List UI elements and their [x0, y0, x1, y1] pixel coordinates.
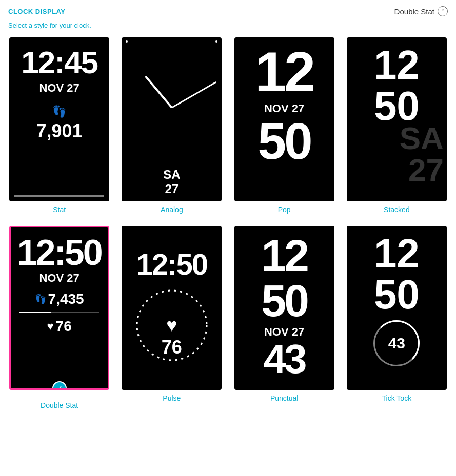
double-stat-label: Double Stat [41, 401, 78, 409]
pulse-heart-icon: ♥ [166, 315, 177, 336]
pop-hour: 12 [255, 44, 313, 100]
minute-hand [171, 81, 216, 109]
subtitle-end: . [89, 22, 91, 29]
clock-face-pulse: 12:50 ♥ 76 [122, 226, 222, 390]
clock-item-pulse[interactable]: 12:50 ♥ 76 Pulse [121, 226, 223, 409]
pop-minute: 50 [258, 115, 311, 167]
punctual-label: Punctual [270, 394, 298, 402]
stat-time: 12:45 [21, 47, 97, 78]
clock-face-pop: 12 NOV 27 50 [234, 37, 334, 201]
analog-corner-dots [122, 40, 222, 43]
dot-tl [126, 40, 128, 43]
subtitle-text: Select a style for your clock. [8, 22, 448, 29]
clock-face-analog: SA27 [122, 37, 222, 201]
double-stat-steps: 7,435 [48, 291, 84, 307]
punctual-minute: 50 [261, 278, 307, 323]
double-stat-heart-row: ♥ 76 [47, 318, 72, 335]
pulse-circle-area: ♥ 76 [131, 284, 213, 366]
stat-label: Stat [53, 205, 66, 214]
tick-tock-minute: 50 [374, 274, 420, 315]
tick-tock-circle-value: 43 [373, 320, 420, 366]
tick-tock-seconds: 43 [388, 335, 405, 352]
clock-grid: 12:45 NOV 27 👣 7,901 Stat SA27 Analog 12… [8, 37, 448, 409]
stacked-overlay: SA27 [400, 122, 444, 186]
page-title: CLOCK DISPLAY [8, 8, 65, 15]
selected-check-badge: ✓ [52, 381, 67, 390]
footstep-icon: 👣 [35, 294, 46, 305]
clock-face-punctual: 12 50 NOV 27 43 [234, 226, 334, 390]
clock-face-tick-tock: 12 50 43 [347, 226, 447, 390]
pulse-label: Pulse [163, 394, 181, 402]
analog-day-date: SA27 [163, 168, 180, 196]
clock-face-double-stat: 12:50 NOV 27 👣 7,435 ♥ 76 ✓ [9, 226, 109, 390]
double-stat-date: NOV 27 [39, 272, 79, 285]
stacked-hour: 12 [374, 45, 420, 86]
double-stat-progress [19, 312, 100, 313]
analog-clock-area [126, 53, 217, 162]
clock-item-stat[interactable]: 12:45 NOV 27 👣 7,901 Stat [8, 37, 110, 214]
tick-tock-label: Tick Tock [382, 394, 412, 402]
clock-item-analog[interactable]: SA27 Analog [121, 37, 223, 214]
subtitle-plain: Select a style [8, 22, 50, 29]
clock-item-punctual[interactable]: 12 50 NOV 27 43 Punctual [233, 226, 335, 409]
double-stat-bpm: 76 [56, 318, 72, 335]
clock-item-stacked[interactable]: 12 50 SA27 Stacked [346, 37, 448, 214]
dot-tr [215, 40, 217, 43]
clock-item-tick-tock[interactable]: 12 50 43 Tick Tock [346, 226, 448, 409]
tick-tock-hour: 12 [374, 233, 420, 274]
clock-item-double-stat[interactable]: 12:50 NOV 27 👣 7,435 ♥ 76 ✓ Double Stat [8, 226, 110, 409]
pulse-bpm: 76 [162, 337, 182, 358]
clock-face-stat: 12:45 NOV 27 👣 7,901 [9, 37, 109, 201]
pop-label: Pop [278, 205, 291, 214]
stacked-label: Stacked [384, 205, 410, 214]
clock-item-pop[interactable]: 12 NOV 27 50 Pop [233, 37, 335, 214]
progress-fill [19, 312, 51, 313]
double-stat-steps-row: 👣 7,435 [35, 291, 84, 307]
stat-date: NOV 27 [39, 81, 79, 95]
stat-steps: 7,901 [36, 120, 83, 142]
steps-icon: 👣 [52, 105, 66, 118]
subtitle-link: for your clock [50, 22, 89, 29]
heart-icon: ♥ [47, 320, 54, 333]
double-stat-time: 12:50 [17, 235, 102, 271]
punctual-hour: 12 [261, 233, 307, 278]
chevron-up-icon[interactable]: ⌃ [438, 6, 448, 16]
stat-bottom-bar [14, 195, 104, 197]
analog-label: Analog [161, 205, 183, 214]
hour-hand [145, 75, 172, 108]
pulse-time: 12:50 [136, 250, 207, 279]
selected-style-display: Double Stat ⌃ [394, 6, 448, 16]
clock-face-stacked: 12 50 SA27 [347, 37, 447, 201]
punctual-seconds: 43 [264, 339, 305, 380]
selected-style-label: Double Stat [394, 7, 434, 16]
page-header: CLOCK DISPLAY Double Stat ⌃ [8, 4, 448, 18]
